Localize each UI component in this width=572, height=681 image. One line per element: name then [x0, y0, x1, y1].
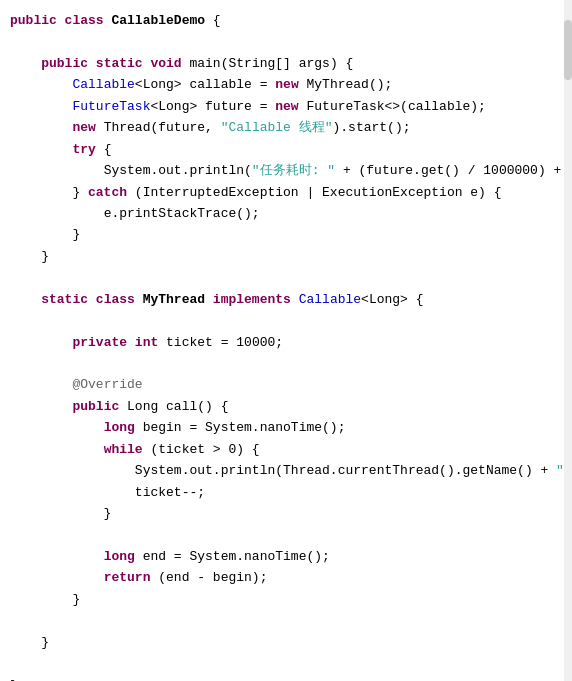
code-line: } [10, 246, 562, 267]
code-editor: public class CallableDemo { public stati… [0, 0, 572, 681]
code-line: return (end - begin); [10, 567, 562, 588]
code-line: } [10, 224, 562, 245]
code-line: Callable<Long> callable = new MyThread()… [10, 74, 562, 95]
code-line [10, 353, 562, 374]
code-line: static class MyThread implements Callabl… [10, 289, 562, 310]
code-line: } [10, 503, 562, 524]
code-line: } catch (InterruptedException | Executio… [10, 182, 562, 203]
code-line: e.printStackTrace(); [10, 203, 562, 224]
code-line: public class CallableDemo { [10, 10, 562, 31]
code-line: public Long call() { [10, 396, 562, 417]
code-line: new Thread(future, "Callable 线程").start(… [10, 117, 562, 138]
code-line [10, 610, 562, 631]
code-line [10, 525, 562, 546]
code-content: public class CallableDemo { public stati… [0, 10, 572, 681]
code-line [10, 267, 562, 288]
code-line [10, 310, 562, 331]
code-line: ticket--; [10, 482, 562, 503]
code-line: System.out.println("任务耗时: " + (future.ge… [10, 160, 562, 181]
code-line: public static void main(String[] args) { [10, 53, 562, 74]
code-line: } [10, 632, 562, 653]
code-line: long end = System.nanoTime(); [10, 546, 562, 567]
code-line: @Override [10, 374, 562, 395]
code-line: FutureTask<Long> future = new FutureTask… [10, 96, 562, 117]
code-line: System.out.println(Thread.currentThread(… [10, 460, 562, 481]
code-line [10, 653, 562, 674]
scrollbar[interactable] [564, 0, 572, 681]
code-line: try { [10, 139, 562, 160]
code-line [10, 31, 562, 52]
code-line: long begin = System.nanoTime(); [10, 417, 562, 438]
code-line: while (ticket > 0) { [10, 439, 562, 460]
code-line: private int ticket = 10000; [10, 332, 562, 353]
code-line: } [10, 589, 562, 610]
scrollbar-thumb[interactable] [564, 20, 572, 80]
